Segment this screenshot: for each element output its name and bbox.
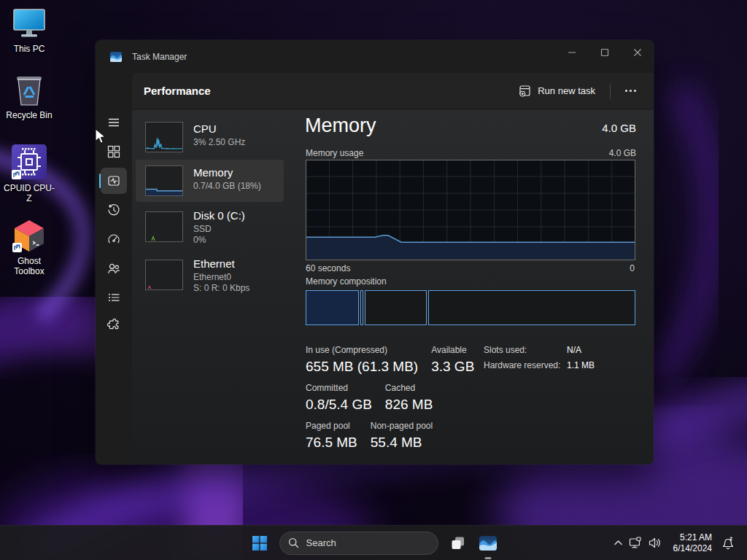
more-options-icon <box>625 90 627 92</box>
tray-chevron-button[interactable] <box>611 533 627 553</box>
task-view-icon <box>450 535 466 551</box>
perf-item-sub: 0.7/4.0 GB (18%) <box>193 181 261 191</box>
memory-sparkline <box>145 166 183 196</box>
chart-x-axis-right: 0 <box>630 263 635 273</box>
desktop-icon-label: CPUID CPU-Z <box>1 183 57 203</box>
shortcut-arrow-icon <box>12 170 21 179</box>
clock-time: 5:21 AM <box>673 532 712 543</box>
notification-center-button[interactable] <box>719 533 737 553</box>
perf-item-name: CPU <box>193 122 217 135</box>
recycle-bin-icon <box>12 71 46 107</box>
perf-list-item-cpu[interactable]: CPU 3% 2.50 GHz <box>136 116 284 158</box>
network-tray-button[interactable] <box>627 533 646 553</box>
memory-stats: In use (Compressed) 655 MB (61.3 MB) Ava… <box>306 345 474 451</box>
performance-icon <box>107 174 120 187</box>
composition-segment-modified[interactable] <box>360 290 363 325</box>
cpu-sparkline <box>145 122 183 152</box>
perf-list-item-disk[interactable]: Disk 0 (C:) SSD 0% <box>136 206 284 254</box>
search-icon <box>288 537 299 548</box>
composition-segment-standby[interactable] <box>365 290 427 325</box>
memory-usage-label: Memory usage <box>306 148 363 158</box>
chevron-up-icon <box>614 538 623 548</box>
desktop-icon-recycle-bin[interactable]: Recycle Bin <box>1 71 57 120</box>
close-button[interactable] <box>621 40 654 65</box>
memory-title: Memory <box>305 114 376 137</box>
mouse-cursor <box>95 128 107 144</box>
chart-x-axis-left: 60 seconds <box>306 263 350 273</box>
task-manager-taskbar-icon <box>479 534 498 553</box>
perf-item-sub: S: 0 R: 0 Kbps <box>193 283 249 293</box>
perf-list-item-ethernet[interactable]: Ethernet Ethernet0 S: 0 R: 0 Kbps <box>136 254 284 302</box>
stat-in-use: In use (Compressed) 655 MB (61.3 MB) <box>306 345 418 375</box>
start-button[interactable] <box>249 533 270 553</box>
maximize-button[interactable] <box>588 40 621 65</box>
memory-usage-chart[interactable] <box>306 160 635 260</box>
sidebar-item-app-history[interactable] <box>101 197 127 223</box>
perf-item-sub: Ethernet0 <box>193 272 231 282</box>
stat-committed: Committed 0.8/5.4 GB <box>306 383 372 413</box>
clock-date: 6/14/2024 <box>673 543 712 554</box>
memory-hardware-details: Slots used: N/A Hardware reserved: 1.1 M… <box>484 345 595 370</box>
sidebar-item-startup-apps[interactable] <box>101 226 127 252</box>
volume-tray-button[interactable] <box>646 533 665 553</box>
ethernet-sparkline <box>145 260 183 290</box>
window-title: Task Manager <box>132 52 187 62</box>
memory-composition-label: Memory composition <box>306 276 387 287</box>
desktop-icon-ghost-toolbox[interactable]: Ghost Toolbox <box>1 218 57 276</box>
desktop-icon-cpuz[interactable]: CPUID CPU-Z <box>1 144 57 203</box>
sidebar-item-users[interactable] <box>101 255 127 281</box>
sidebar-item-performance[interactable] <box>101 168 127 194</box>
taskbar: Search <box>0 525 747 560</box>
titlebar[interactable]: Task Manager <box>96 40 654 73</box>
sidebar-item-details[interactable] <box>101 284 127 311</box>
more-options-button[interactable] <box>618 84 643 98</box>
taskbar-clock[interactable]: 5:21 AM 6/14/2024 <box>673 532 712 554</box>
desktop-icon-this-pc[interactable]: This PC <box>1 7 57 54</box>
active-app-indicator <box>484 557 491 559</box>
minimize-button[interactable] <box>555 40 588 65</box>
speaker-icon <box>648 536 662 550</box>
task-manager-app-icon <box>110 51 122 63</box>
hamburger-icon <box>107 116 120 129</box>
taskbar-search[interactable]: Search <box>279 532 438 555</box>
perf-item-name: Ethernet <box>193 257 235 270</box>
header-separator <box>610 83 611 99</box>
composition-segment-in-use[interactable] <box>306 290 359 325</box>
stat-non-paged-pool: Non-paged pool 55.4 MB <box>371 421 433 451</box>
search-placeholder: Search <box>306 537 336 548</box>
perf-item-sub: SSD <box>193 224 212 234</box>
run-new-task-icon <box>519 85 531 97</box>
windows-logo-icon <box>251 534 268 552</box>
content-card: Performance Run new task <box>132 73 654 464</box>
shortcut-arrow-icon <box>12 243 22 252</box>
composition-segment-free[interactable] <box>428 290 635 325</box>
perf-list-item-memory[interactable]: Memory 0.7/4.0 GB (18%) <box>136 160 284 202</box>
perf-item-sub: 0% <box>193 235 206 245</box>
memory-usage-max: 4.0 GB <box>609 148 636 158</box>
desktop-icon-label: Recycle Bin <box>6 110 52 120</box>
hardware-reserved-value: 1.1 MB <box>567 360 595 370</box>
memory-capacity: 4.0 GB <box>602 122 636 134</box>
sidebar-item-services[interactable] <box>101 312 127 338</box>
perf-item-name: Disk 0 (C:) <box>193 209 245 222</box>
run-new-task-button[interactable]: Run new task <box>511 80 603 101</box>
maximize-icon <box>600 48 609 57</box>
run-new-task-label: Run new task <box>538 85 595 96</box>
startup-apps-icon <box>107 233 120 246</box>
stat-cached: Cached 826 MB <box>385 383 433 413</box>
app-history-icon <box>107 203 120 217</box>
ethernet-network-icon <box>629 536 643 550</box>
minimize-icon <box>568 48 576 57</box>
page-header: Performance Run new task <box>132 73 654 109</box>
memory-composition-bar[interactable] <box>306 290 635 325</box>
task-view-button[interactable] <box>448 533 468 553</box>
details-icon <box>107 291 120 304</box>
performance-content: CPU 3% 2.50 GHz Memory 0.7/4.0 GB (18%) <box>132 110 654 464</box>
users-icon <box>107 262 120 275</box>
taskbar-task-manager-button[interactable] <box>478 533 498 553</box>
disk-sparkline <box>145 211 183 242</box>
perf-item-name: Memory <box>193 166 233 179</box>
do-not-disturb-bell-icon <box>721 536 735 551</box>
close-icon <box>633 48 642 57</box>
hardware-reserved-label: Hardware reserved: <box>484 360 567 370</box>
